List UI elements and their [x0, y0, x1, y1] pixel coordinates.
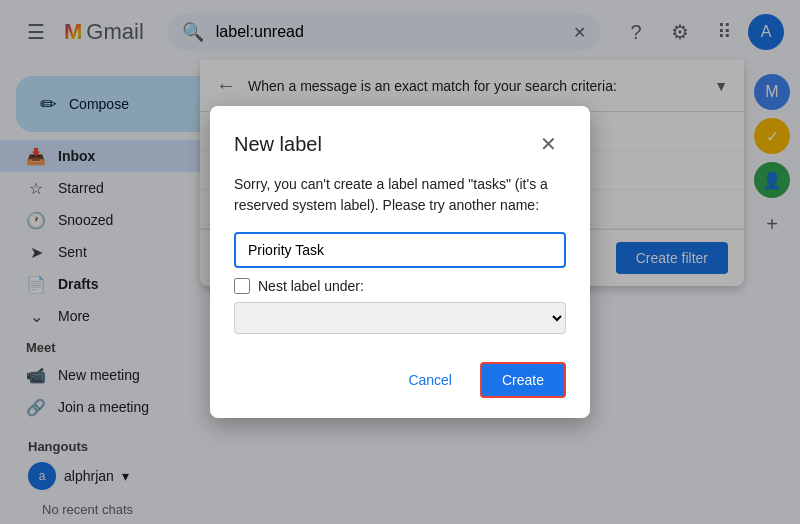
cancel-button[interactable]: Cancel [392, 364, 468, 396]
label-name-input[interactable] [234, 232, 566, 268]
new-label-dialog: New label ✕ Sorry, you can't create a la… [210, 106, 590, 418]
nest-label-checkbox[interactable] [234, 278, 250, 294]
close-icon: ✕ [540, 132, 557, 156]
dialog-close-button[interactable]: ✕ [530, 126, 566, 162]
dialog-body: Sorry, you can't create a label named "t… [210, 174, 590, 350]
nest-label-select[interactable] [234, 302, 566, 334]
create-button[interactable]: Create [480, 362, 566, 398]
modal-overlay: New label ✕ Sorry, you can't create a la… [0, 0, 800, 524]
dialog-header: New label ✕ [210, 106, 590, 174]
dialog-error-text: Sorry, you can't create a label named "t… [234, 174, 566, 216]
dialog-title: New label [234, 133, 322, 156]
dialog-footer: Cancel Create [210, 350, 590, 418]
nest-label-checkbox-container: Nest label under: [234, 278, 566, 294]
nest-label-text: Nest label under: [258, 278, 364, 294]
